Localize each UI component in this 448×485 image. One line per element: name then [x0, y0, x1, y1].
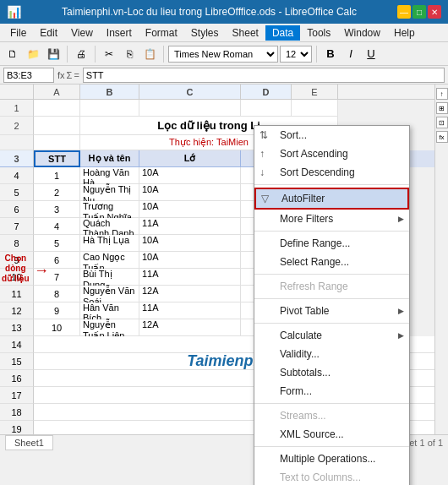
menu-edit[interactable]: Edit — [33, 25, 64, 41]
menu-item-more-filters[interactable]: More Filters ▶ — [254, 210, 409, 228]
cell-e1[interactable] — [292, 100, 338, 117]
menu-file[interactable]: File — [3, 25, 33, 41]
menu-item-sort-desc[interactable]: ↓ Sort Descending — [254, 163, 409, 182]
cell-c5[interactable]: Nguyễn Thị Nu — [80, 184, 139, 201]
cell-b1[interactable] — [80, 100, 139, 117]
menu-format[interactable]: Format — [139, 25, 184, 41]
cell-c8[interactable]: Hà Thị Lụa — [80, 235, 139, 252]
bold-button[interactable]: B — [321, 45, 340, 63]
cut-button[interactable]: ✂ — [100, 45, 118, 63]
cell-b5[interactable]: 2 — [34, 184, 80, 201]
menu-styles[interactable]: Styles — [184, 25, 226, 41]
cell-d12[interactable]: 11A — [139, 302, 241, 319]
menu-item-form[interactable]: Form... — [254, 382, 409, 401]
menu-item-validity[interactable]: Validity... — [254, 345, 409, 363]
menu-item-select-range[interactable]: Select Range... — [254, 253, 409, 271]
col-header-c[interactable]: C — [139, 84, 241, 99]
side-icon-fx[interactable]: fx — [436, 131, 448, 143]
cell-d1[interactable] — [241, 100, 292, 117]
cell-c10[interactable]: Bùi Thị Dung — [80, 269, 139, 286]
formula-input[interactable] — [83, 68, 445, 83]
cell-c4[interactable]: Hoàng Văn Hà — [80, 167, 139, 184]
col-header-d[interactable]: D — [241, 84, 292, 99]
new-button[interactable]: 🗋 — [3, 45, 22, 63]
cell-d4[interactable]: 10A — [139, 167, 241, 184]
cell-a1[interactable] — [34, 100, 80, 117]
formulabar: fx Σ = — [0, 66, 448, 84]
menu-item-xml-source[interactable]: XML Source... — [254, 425, 409, 444]
menu-item-multiple-ops[interactable]: Multiple Operations... — [254, 450, 409, 468]
menu-sheet[interactable]: Sheet — [226, 25, 265, 41]
menu-item-sort[interactable]: ⇅ Sort... — [254, 126, 409, 144]
menu-help[interactable]: Help — [387, 25, 422, 41]
cell-d8[interactable]: 10A — [139, 235, 241, 252]
menu-item-subtotals[interactable]: Subtotals... — [254, 363, 409, 382]
menu-item-define-range[interactable]: Define Range... — [254, 234, 409, 253]
underline-button[interactable]: U — [362, 45, 380, 63]
cell-reference-input[interactable] — [3, 68, 54, 83]
menu-insert[interactable]: Insert — [100, 25, 139, 41]
paste-button[interactable]: 📋 — [140, 45, 159, 63]
cell-c6[interactable]: Trương Tuấn Nghĩa — [80, 201, 139, 218]
copy-button[interactable]: ⎘ — [120, 45, 139, 63]
menu-item-sort-asc[interactable]: ↑ Sort Ascending — [254, 144, 409, 163]
cell-b13[interactable]: 10 — [34, 319, 80, 336]
cell-c11[interactable]: Nguyễn Văn Soái — [80, 286, 139, 302]
col-header-b[interactable]: B — [80, 84, 139, 99]
cell-d6[interactable]: 10A — [139, 201, 241, 218]
sheet-tab[interactable]: Sheet1 — [5, 435, 53, 450]
side-icon-2[interactable]: ⊞ — [436, 102, 448, 114]
maximize-button[interactable]: □ — [412, 5, 426, 19]
menu-tools[interactable]: Tools — [300, 25, 337, 41]
titlebar-title: Taimienphi.vn-Loc du lieu trong LibreOff… — [21, 6, 397, 18]
font-name-select[interactable]: Times New Roman — [168, 46, 278, 63]
font-size-select[interactable]: 12 — [280, 46, 312, 63]
menu-view[interactable]: View — [64, 25, 100, 41]
minimize-button[interactable]: — — [397, 5, 411, 19]
italic-button[interactable]: I — [341, 45, 360, 63]
cell-d13[interactable]: 12A — [139, 319, 241, 336]
cell-b4[interactable]: 1 — [34, 167, 80, 184]
cell-c13[interactable]: Nguyễn Tuấn Liên — [80, 319, 139, 336]
menu-data[interactable]: Data — [265, 25, 300, 41]
cell-b3[interactable]: Họ và tên — [80, 150, 139, 167]
separator — [254, 323, 409, 324]
cell-d11[interactable]: 12A — [139, 286, 241, 302]
cell-c3[interactable]: Lớ — [139, 150, 241, 167]
menu-window[interactable]: Window — [337, 25, 387, 41]
row-num-3: 3 — [0, 150, 34, 167]
side-icon-3[interactable]: ⊡ — [436, 117, 448, 128]
dropdown-menu: ⇅ Sort... ↑ Sort Ascending ↓ Sort Descen… — [254, 125, 410, 485]
close-button[interactable]: ✕ — [428, 5, 441, 19]
sort-asc-icon: ↑ — [260, 148, 265, 160]
cell-a3[interactable]: STT — [34, 150, 80, 167]
cell-a2[interactable] — [34, 117, 80, 135]
menu-item-autofilter[interactable]: ▽ AutoFilter — [254, 188, 409, 210]
cell-b11[interactable]: 8 — [34, 286, 80, 302]
corner-cell — [0, 84, 34, 99]
menu-item-pivot-table[interactable]: Pivot Table ▶ — [254, 302, 409, 320]
cell-c7[interactable]: Quách Thành Danh — [80, 218, 139, 235]
cell-b7[interactable]: 4 — [34, 218, 80, 235]
cell-c1[interactable] — [139, 100, 241, 117]
col-header-e[interactable]: E — [292, 84, 338, 99]
titlebar-controls: — □ ✕ — [397, 5, 441, 19]
cell-d7[interactable]: 11A — [139, 218, 241, 235]
col-header-a[interactable]: A — [34, 84, 80, 99]
cell-c12[interactable]: Hân Văn Bích — [80, 302, 139, 319]
fx-icon: fx — [57, 70, 65, 80]
cell-a2b[interactable] — [34, 135, 80, 150]
save-button[interactable]: 💾 — [44, 45, 63, 63]
side-icon-1[interactable]: ↑ — [436, 88, 448, 100]
cell-c9[interactable]: Cao Ngọc Tuấn — [80, 252, 139, 269]
cell-d10[interactable]: 11A — [139, 269, 241, 286]
cell-d5[interactable]: 10A — [139, 184, 241, 201]
open-button[interactable]: 📁 — [24, 45, 42, 63]
cell-d9[interactable]: 10A — [139, 252, 241, 269]
print-button[interactable]: 🖨 — [72, 45, 90, 63]
menu-item-calculate[interactable]: Calculate ▶ — [254, 326, 409, 345]
separator-3 — [163, 46, 164, 63]
cell-b6[interactable]: 3 — [34, 201, 80, 218]
cell-b8[interactable]: 5 — [34, 235, 80, 252]
cell-b12[interactable]: 9 — [34, 302, 80, 319]
